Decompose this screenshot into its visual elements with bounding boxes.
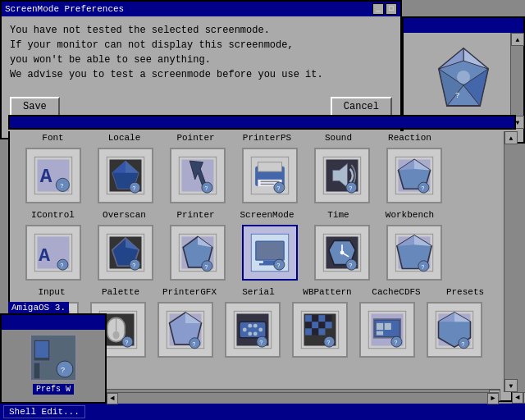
pref-pointer[interactable]: ?	[162, 144, 233, 207]
prefs-v-scrollbar[interactable]: ▲ ▼	[504, 131, 517, 392]
pref-time[interactable]: ?	[307, 221, 377, 284]
reaction-icon-box: ?	[386, 148, 442, 203]
presets-icon-box: ?	[427, 302, 482, 358]
label-cachecdfs: CacheCDFS	[363, 287, 430, 297]
dialog-line-1: You have not tested the selected screenm…	[10, 23, 392, 38]
bottom-h-scrollbar[interactable]: ◄ ►	[107, 392, 499, 404]
svg-text:?: ?	[132, 185, 135, 192]
serial-icon: ?	[231, 308, 274, 351]
label-overscan: Overscan	[89, 210, 159, 220]
prefs-scroll-down[interactable]: ▼	[504, 379, 518, 392]
svg-point-94	[113, 331, 120, 340]
shell-taskbar-item[interactable]: Shell Edit...	[3, 405, 85, 418]
svg-text:?: ?	[132, 262, 135, 269]
bottom-scroll-left[interactable]: ◄	[107, 393, 118, 404]
pref-screenmode[interactable]: ?	[235, 221, 305, 284]
amigaos-label: AmigaOS 3.	[8, 302, 69, 313]
pref-locale[interactable]: ?	[90, 144, 161, 207]
svg-rect-118	[318, 315, 325, 322]
label-reaction: Reaction	[375, 133, 445, 143]
scroll-up-btn[interactable]: ▲	[511, 33, 524, 46]
printergfx-icon: ?	[164, 308, 207, 351]
printerps-icon-box: ?	[242, 148, 298, 203]
font-icon-box: A ?	[25, 148, 81, 203]
printer-icon-box: ?	[170, 225, 226, 281]
svg-text:?: ?	[259, 340, 262, 346]
svg-rect-133	[377, 323, 383, 330]
pointer-icon: ?	[176, 154, 219, 197]
svg-rect-148	[34, 363, 40, 379]
reaction-icon: ?	[393, 154, 436, 197]
minimize-btn[interactable]: _	[372, 3, 384, 15]
bottom-left-window: ? Prefs W	[0, 313, 107, 404]
workbench-icon-box: ?	[386, 225, 442, 281]
pointer-icon-box: ?	[170, 148, 226, 203]
svg-rect-120	[305, 322, 312, 328]
bottom-right-scroll[interactable]: ◄ ►	[512, 392, 525, 404]
wbpattern-icon: ?	[299, 308, 341, 351]
svg-text:?: ?	[60, 183, 63, 189]
svg-point-106	[243, 328, 247, 332]
label-locale: Locale	[89, 133, 159, 143]
label-font: Font	[18, 133, 88, 143]
label-printer: Printer	[161, 210, 231, 220]
cancel-button[interactable]: Cancel	[331, 97, 392, 116]
pref-reaction[interactable]: ?	[379, 144, 450, 207]
svg-text:?: ?	[192, 341, 195, 348]
zoom-btn[interactable]: □	[386, 3, 397, 15]
pref-presets[interactable]: ?	[422, 299, 487, 361]
svg-point-111	[253, 331, 258, 336]
label-time: Time	[304, 210, 373, 220]
bottom-left-icon: ?	[29, 333, 78, 382]
bottom-left-titlebar	[2, 315, 105, 330]
pref-workbench[interactable]: ?	[379, 221, 450, 284]
label-input: Input	[18, 287, 85, 297]
label-pointer: Pointer	[161, 133, 231, 143]
pref-printerps[interactable]: ?	[235, 144, 305, 207]
desktop: ? ▲ ▼ ScreenMode Preferences _ □ You hav…	[0, 0, 525, 420]
bottom-right-left[interactable]: ◄	[512, 392, 523, 404]
label-wbpattern: WBPattern	[294, 287, 361, 297]
prefs-row2-labels: IControl Overscan Printer ScreenMode Tim…	[10, 208, 511, 220]
svg-text:?: ?	[349, 262, 352, 269]
pref-wbpattern[interactable]: ?	[287, 299, 353, 361]
pref-cachecdfs[interactable]: ?	[354, 299, 420, 361]
svg-rect-116	[305, 315, 312, 322]
sound-icon-box: ?	[314, 148, 370, 203]
screenmode-icon-box: ?	[242, 225, 298, 281]
time-icon-box: ?	[314, 225, 370, 281]
prefs-scroll-up[interactable]: ▲	[504, 131, 518, 144]
svg-text:?: ?	[60, 262, 63, 269]
pref-serial[interactable]: ?	[220, 299, 285, 361]
svg-rect-121	[312, 322, 318, 328]
pref-sound[interactable]: ?	[307, 144, 377, 207]
pref-icontrol[interactable]: A ?	[18, 221, 89, 284]
prefs-titlebar	[8, 115, 516, 130]
svg-text:?: ?	[204, 185, 208, 192]
pref-font[interactable]: A ?	[18, 144, 89, 207]
svg-rect-147	[35, 341, 48, 358]
prefs-row3-labels: Input Palette PrinterGFX Serial WBPatter…	[10, 285, 511, 297]
svg-rect-29	[261, 184, 274, 185]
pref-printergfx[interactable]: ?	[153, 299, 218, 361]
svg-text:?: ?	[276, 185, 280, 192]
printer-icon: ?	[176, 231, 219, 274]
dialog-titlebar: ScreenMode Preferences _ □	[2, 2, 400, 16]
svg-point-5	[457, 71, 470, 84]
svg-rect-135	[377, 331, 383, 336]
serial-icon-box: ?	[225, 302, 281, 358]
dialog-title: ScreenMode Preferences	[5, 4, 372, 14]
svg-point-109	[258, 328, 262, 332]
svg-rect-124	[305, 328, 312, 335]
svg-rect-122	[318, 322, 325, 328]
right-window-titlebar	[404, 18, 523, 33]
overscan-icon: ?	[104, 231, 147, 274]
bottom-scroll-right[interactable]: ►	[487, 393, 499, 404]
prefs-row2-icons: A ? ?	[10, 220, 511, 285]
pref-printer[interactable]: ?	[162, 221, 233, 284]
pref-overscan[interactable]: ?	[90, 221, 161, 284]
svg-text:?: ?	[394, 340, 397, 346]
save-button[interactable]: Save	[10, 97, 60, 116]
svg-rect-117	[312, 315, 318, 322]
sound-icon: ?	[321, 154, 363, 197]
